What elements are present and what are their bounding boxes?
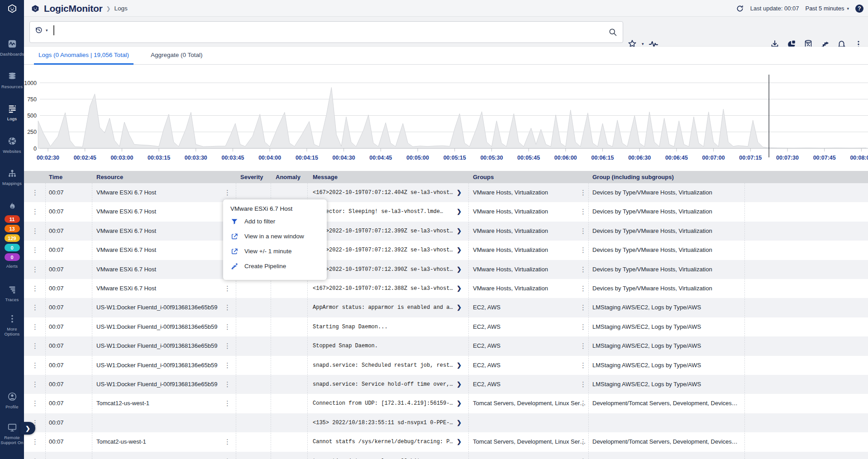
log-volume-chart[interactable]: 00:02:3000:02:4500:03:0000:03:1500:03:30…	[24, 65, 868, 171]
expand-message-icon[interactable]: ❯	[457, 394, 462, 413]
expand-panel-button[interactable]: ❯	[20, 422, 35, 435]
alert-count-badge[interactable]: 0	[5, 253, 20, 261]
row-kebab-icon[interactable]: ⋮	[32, 336, 38, 355]
column-header-severity[interactable]: Severity	[240, 171, 263, 183]
expand-message-icon[interactable]: ❯	[457, 432, 462, 451]
groups-kebab-icon[interactable]: ⋮	[580, 298, 587, 317]
row-kebab-icon[interactable]: ⋮	[32, 298, 38, 317]
resource-kebab-icon[interactable]: ⋮	[224, 279, 231, 298]
sidebar-item-mappings[interactable]: Mappings	[0, 168, 24, 186]
alert-count-badge[interactable]: 129	[5, 234, 20, 242]
sidebar-item-alerts[interactable]: 111312900Alerts	[0, 201, 24, 269]
row-kebab-icon[interactable]: ⋮	[32, 394, 38, 413]
table-row[interactable]: ⋮00:07Tomcat12-us-west-1⋮Connection from…	[24, 394, 868, 413]
expand-message-icon[interactable]: ❯	[457, 183, 462, 202]
row-kebab-icon[interactable]: ⋮	[32, 222, 38, 241]
context-menu-item-view-in-a-new-window[interactable]: View in a new window	[230, 229, 320, 244]
tab-aggregate[interactable]: Aggregate (0 Total)	[146, 47, 207, 65]
sidebar-item-more-options[interactable]: More Options	[0, 314, 24, 336]
alert-count-badge[interactable]: 13	[5, 225, 20, 232]
logicmonitor-logo-icon[interactable]	[0, 0, 24, 17]
context-menu-item-view-1-minute[interactable]: View +/- 1 minute	[230, 244, 320, 259]
column-header-time[interactable]: Time	[49, 171, 62, 183]
column-header-resource[interactable]: Resource	[96, 171, 123, 183]
row-kebab-icon[interactable]: ⋮	[32, 202, 38, 221]
row-kebab-icon[interactable]: ⋮	[32, 183, 38, 202]
table-row[interactable]: ⋮00:07US-W1:Docker Fluentd_i-00f91368136…	[24, 317, 868, 336]
caret-down-icon[interactable]: ▾	[642, 42, 644, 46]
groups-kebab-icon[interactable]: ⋮	[580, 222, 587, 241]
row-kebab-icon[interactable]: ⋮	[32, 279, 38, 298]
groups-kebab-icon[interactable]: ⋮	[580, 183, 587, 202]
sidebar-item-traces[interactable]: Traces	[0, 284, 24, 302]
row-kebab-icon[interactable]: ⋮	[32, 452, 38, 459]
table-row[interactable]: ⋮00:07VMware ESXi 6.7 Host⋮<167>2022-10-…	[24, 222, 868, 241]
column-header-groups[interactable]: Groups	[473, 171, 494, 183]
expand-message-icon[interactable]: ❯	[457, 279, 462, 298]
resource-kebab-icon[interactable]: ⋮	[224, 317, 231, 336]
context-menu-item-add-to-filter[interactable]: Add to filter	[230, 214, 320, 229]
groups-kebab-icon[interactable]: ⋮	[580, 452, 587, 459]
groups-kebab-icon[interactable]: ⋮	[580, 375, 587, 394]
groups-kebab-icon[interactable]: ⋮	[580, 356, 587, 375]
table-row[interactable]: ⋮00:07VMware ESXi 6.7 Host⋮<167>2022-10-…	[24, 279, 868, 298]
expand-message-icon[interactable]: ❯	[457, 260, 462, 279]
expand-message-icon[interactable]: ❯	[457, 413, 462, 432]
table-row[interactable]: ⋮00:07<135> 2022/10/18:23:55:11 sd-nsvpx…	[24, 413, 868, 432]
tab-logs[interactable]: Logs (0 Anomalies | 19,056 Total)	[34, 47, 134, 65]
groups-kebab-icon[interactable]: ⋮	[580, 336, 587, 355]
alert-count-badge[interactable]: 11	[5, 215, 20, 223]
expand-message-icon[interactable]: ❯	[457, 356, 462, 375]
groups-kebab-icon[interactable]: ⋮	[580, 317, 587, 336]
table-row[interactable]: ⋮00:07US-W1:Docker Fluentd_i-00f91368136…	[24, 336, 868, 355]
context-menu-item-create-pipeline[interactable]: Create Pipeline	[230, 259, 320, 274]
column-header-group-including-subgroups-[interactable]: Group (including subgroups)	[592, 171, 674, 183]
groups-kebab-icon[interactable]: ⋮	[580, 394, 587, 413]
groups-kebab-icon[interactable]: ⋮	[580, 260, 587, 279]
table-row[interactable]: ⋮00:07VMware ESXi 6.7 Host⋮<167>2022-10-…	[24, 183, 868, 202]
row-kebab-icon[interactable]: ⋮	[32, 241, 38, 260]
expand-message-icon[interactable]: ❯	[457, 298, 462, 317]
table-row[interactable]: ⋮00:07US-W1:Docker Fluentd_i-00f91368136…	[24, 356, 868, 375]
sidebar-item-dashboards[interactable]: Dashboards	[0, 39, 24, 57]
table-row[interactable]: ⋮00:07Tomcat2-us-west-1⋮truncating integ…	[24, 452, 868, 459]
resource-kebab-icon[interactable]: ⋮	[224, 336, 231, 355]
sidebar-item-websites[interactable]: Websites	[0, 136, 24, 154]
resource-kebab-icon[interactable]: ⋮	[224, 298, 231, 317]
table-row[interactable]: ⋮00:07US-W1:Docker Fluentd_i-00f91368136…	[24, 298, 868, 317]
column-header-anomaly[interactable]: Anomaly	[276, 171, 300, 183]
table-row[interactable]: ⋮00:07VMware ESXi 6.7 Host⋮<167>2022-10-…	[24, 241, 868, 260]
refresh-icon[interactable]	[736, 5, 744, 13]
resource-kebab-icon[interactable]: ⋮	[224, 375, 231, 394]
column-header-message[interactable]: Message	[313, 171, 338, 183]
sidebar-item-profile[interactable]: Profile	[0, 392, 24, 409]
row-kebab-icon[interactable]: ⋮	[32, 260, 38, 279]
groups-kebab-icon[interactable]: ⋮	[580, 432, 587, 451]
row-kebab-icon[interactable]: ⋮	[32, 432, 38, 451]
expand-message-icon[interactable]: ❯	[457, 375, 462, 394]
groups-kebab-icon[interactable]: ⋮	[580, 279, 587, 298]
resource-kebab-icon[interactable]: ⋮	[224, 356, 231, 375]
table-row[interactable]: ⋮00:07Tomcat2-us-west-1⋮Cannot statfs /s…	[24, 432, 868, 451]
expand-message-icon[interactable]: ❯	[457, 241, 462, 260]
search-input[interactable]: ▾	[29, 21, 623, 43]
resource-kebab-icon[interactable]: ⋮	[224, 452, 231, 459]
help-button[interactable]: ?	[855, 5, 863, 13]
search-icon[interactable]	[608, 28, 617, 37]
time-range-select[interactable]: Past 5 minutes ▾	[805, 5, 849, 12]
sidebar-item-resources[interactable]: Resources	[0, 71, 24, 89]
table-row[interactable]: ⋮00:07US-W1:Docker Fluentd_i-00f91368136…	[24, 375, 868, 394]
table-row[interactable]: ⋮00:07VMware ESXi 6.7 Host⋮<167>2022-10-…	[24, 260, 868, 279]
resource-kebab-icon[interactable]: ⋮	[224, 432, 231, 451]
caret-down-icon[interactable]: ▾	[46, 28, 48, 33]
expand-message-icon[interactable]: ❯	[457, 222, 462, 241]
resource-kebab-icon[interactable]: ⋮	[224, 394, 231, 413]
sidebar-item-logs[interactable]: Logs	[0, 104, 24, 121]
expand-message-icon[interactable]: ❯	[457, 202, 462, 221]
row-kebab-icon[interactable]: ⋮	[32, 356, 38, 375]
groups-kebab-icon[interactable]: ⋮	[580, 241, 587, 260]
row-kebab-icon[interactable]: ⋮	[32, 375, 38, 394]
groups-kebab-icon[interactable]: ⋮	[580, 202, 587, 221]
history-icon[interactable]	[34, 26, 43, 34]
table-row[interactable]: ⋮00:07VMware ESXi 6.7 Host⋮▸Injector: Sl…	[24, 202, 868, 221]
